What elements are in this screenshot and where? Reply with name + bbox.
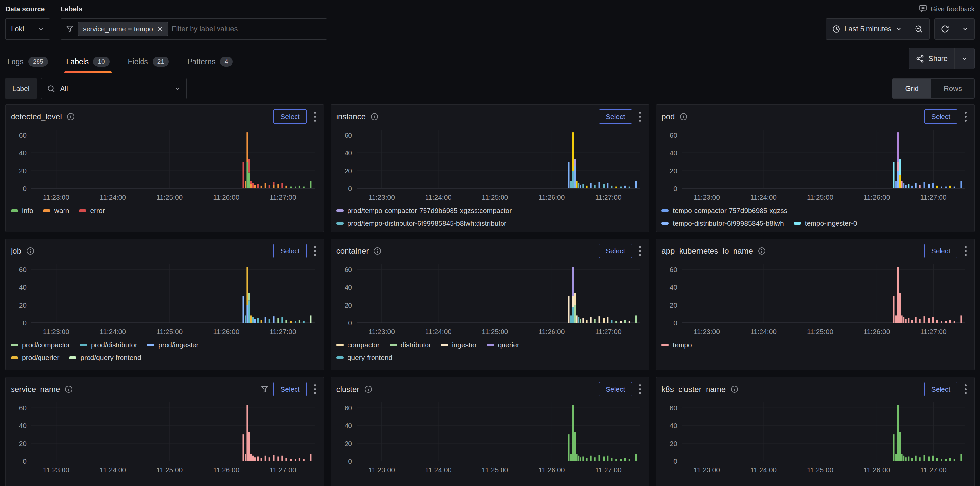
page-header: Data source Labels Give feedback Loki se… (0, 0, 980, 40)
zoom-out-button[interactable] (908, 19, 929, 39)
legend-item[interactable]: prod/distributor (80, 341, 137, 349)
tab-patterns[interactable]: Patterns4 (185, 53, 235, 73)
legend-item[interactable]: tempo-ingester-0 (794, 219, 857, 227)
share-dropdown[interactable] (955, 48, 974, 69)
legend-item[interactable]: prod/tempo-compactor-757d9b6985-xgzss:co… (336, 207, 512, 215)
label-filter-input[interactable]: service_name = tempo Filter by label val… (60, 18, 327, 40)
panel-detected_level: detected_levelSelect11:23:0011:24:0011:2… (5, 104, 324, 232)
select-button[interactable]: Select (924, 382, 957, 397)
kebab-menu-icon[interactable] (962, 382, 969, 396)
legend-swatch (441, 344, 448, 346)
share-button[interactable]: Share (909, 48, 955, 69)
legend-swatch (390, 344, 397, 346)
legend-item[interactable]: tempo-distributor-6f99985845-b8lwh (662, 219, 784, 227)
view-grid-button[interactable]: Grid (892, 79, 931, 99)
kebab-menu-icon[interactable] (311, 244, 318, 258)
chart-area[interactable]: 11:23:0011:24:0011:25:0011:26:0011:27:00… (336, 125, 644, 204)
datasource-picker[interactable]: Loki (5, 18, 50, 40)
labels-label: Labels (60, 5, 83, 13)
refresh-button[interactable] (935, 19, 956, 39)
legend-item[interactable]: prod/query-frontend (69, 354, 141, 362)
select-button[interactable]: Select (599, 382, 632, 397)
svg-text:11:25:00: 11:25:00 (807, 328, 833, 335)
panel-title: detected_level (11, 112, 62, 121)
kebab-menu-icon[interactable] (636, 244, 644, 258)
select-button[interactable]: Select (924, 109, 957, 124)
kebab-menu-icon[interactable] (962, 110, 969, 123)
share-button-group: Share (909, 48, 975, 69)
legend-item[interactable]: info (11, 207, 33, 215)
legend-item[interactable]: error (79, 207, 105, 215)
legend-item[interactable]: querier (487, 341, 519, 349)
kebab-menu-icon[interactable] (311, 110, 318, 123)
select-button[interactable]: Select (274, 244, 306, 258)
label-search-select[interactable]: All (41, 78, 186, 99)
info-icon (364, 385, 372, 394)
legend-item[interactable]: warn (43, 207, 70, 215)
view-rows-button[interactable]: Rows (931, 79, 974, 99)
chart-area[interactable]: 11:23:0011:24:0011:25:0011:26:0011:27:00… (336, 398, 644, 477)
kebab-menu-icon[interactable] (636, 110, 644, 123)
svg-text:40: 40 (344, 284, 352, 291)
tab-fields[interactable]: Fields21 (126, 53, 171, 73)
filter-chip[interactable]: service_name = tempo (78, 22, 168, 36)
legend-item[interactable]: ingester (441, 341, 477, 349)
funnel-icon[interactable] (260, 385, 269, 394)
select-button[interactable]: Select (924, 244, 957, 258)
select-button[interactable]: Select (599, 109, 632, 124)
svg-text:11:26:00: 11:26:00 (538, 328, 565, 335)
svg-text:60: 60 (344, 131, 352, 139)
svg-text:20: 20 (19, 440, 27, 447)
legend-label: prod/query-frontend (80, 354, 141, 362)
kebab-menu-icon[interactable] (636, 382, 644, 396)
legend-item[interactable]: prod/compactor (11, 341, 70, 349)
refresh-interval-dropdown[interactable] (956, 19, 974, 39)
give-feedback-label: Give feedback (931, 5, 975, 13)
legend-item[interactable]: compactor (336, 341, 380, 349)
legend-swatch (43, 209, 50, 212)
svg-text:11:24:00: 11:24:00 (750, 466, 776, 473)
svg-text:11:25:00: 11:25:00 (482, 328, 508, 335)
svg-text:11:25:00: 11:25:00 (807, 193, 833, 201)
legend-item[interactable]: distributor (390, 341, 431, 349)
legend-item[interactable]: prod/ingester (147, 341, 199, 349)
svg-text:40: 40 (670, 422, 677, 429)
svg-text:11:23:00: 11:23:00 (368, 328, 395, 335)
give-feedback-link[interactable]: Give feedback (919, 4, 975, 14)
svg-text:11:23:00: 11:23:00 (43, 328, 70, 335)
time-range-picker[interactable]: Last 5 minutes (826, 19, 908, 39)
chart-area[interactable]: 11:23:0011:24:0011:25:0011:26:0011:27:00… (662, 260, 969, 338)
kebab-menu-icon[interactable] (311, 382, 318, 396)
funnel-icon (65, 25, 74, 33)
legend-item[interactable]: prod/querier (11, 354, 59, 362)
select-button[interactable]: Select (274, 382, 306, 397)
legend-item[interactable]: tempo (662, 341, 692, 349)
chart-area[interactable]: 11:23:0011:24:0011:25:0011:26:0011:27:00… (336, 260, 644, 338)
select-button[interactable]: Select (599, 244, 632, 258)
legend-item[interactable]: tempo-compactor-757d9b6985-xgzss (662, 207, 787, 215)
chart-area[interactable]: 11:23:0011:24:0011:25:0011:26:0011:27:00… (11, 125, 318, 204)
info-icon (65, 385, 73, 394)
legend-item[interactable]: query-frontend (336, 354, 393, 362)
info-icon (26, 247, 35, 255)
panel-header: detected_levelSelect (11, 108, 318, 125)
legend-swatch (336, 209, 344, 212)
kebab-menu-icon[interactable] (962, 244, 969, 258)
close-icon[interactable] (157, 26, 163, 32)
svg-text:40: 40 (344, 422, 352, 429)
chart-area[interactable]: 11:23:0011:24:0011:25:0011:26:0011:27:00… (11, 398, 318, 477)
tab-labels[interactable]: Labels10 (65, 53, 111, 73)
chart-area[interactable]: 11:23:0011:24:0011:25:0011:26:0011:27:00… (662, 398, 969, 477)
tab-logs[interactable]: Logs285 (5, 53, 50, 73)
svg-text:11:23:00: 11:23:00 (694, 466, 720, 473)
svg-text:60: 60 (344, 404, 352, 411)
chart-area[interactable]: 11:23:0011:24:0011:25:0011:26:0011:27:00… (11, 260, 318, 338)
svg-text:0: 0 (23, 185, 27, 192)
select-button[interactable]: Select (274, 109, 306, 124)
chart-legend: tempo-compactor-757d9b6985-xgzsstempo-di… (662, 207, 969, 227)
legend-swatch (79, 209, 86, 212)
svg-text:0: 0 (674, 185, 678, 192)
legend-item[interactable]: prod/tempo-distributor-6f99985845-b8lwh:… (336, 219, 506, 227)
panel-pod: podSelect11:23:0011:24:0011:25:0011:26:0… (656, 104, 975, 232)
chart-area[interactable]: 11:23:0011:24:0011:25:0011:26:0011:27:00… (662, 125, 969, 204)
